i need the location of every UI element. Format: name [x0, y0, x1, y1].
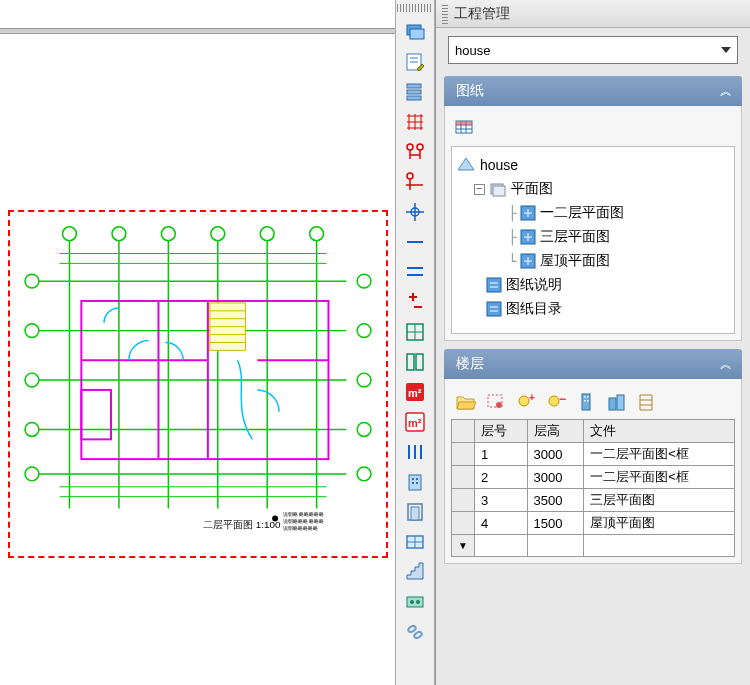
m2-outline-icon[interactable]: m² [400, 408, 430, 436]
table-icon[interactable] [453, 116, 475, 138]
layer-icon[interactable] [400, 18, 430, 46]
row-handle[interactable] [452, 443, 475, 466]
link-icon[interactable] [400, 618, 430, 646]
section-floors-header[interactable]: 楼层 ︽ [444, 349, 742, 379]
row-handle[interactable] [452, 489, 475, 512]
target-icon[interactable] [400, 198, 430, 226]
tree-group[interactable]: − 平面图 [456, 177, 730, 201]
tree-group-label: 平面图 [511, 180, 553, 198]
stairs-icon[interactable] [400, 558, 430, 586]
floorplan-caption: 二层平面图 1:100 [203, 519, 281, 530]
row-handle[interactable] [452, 512, 475, 535]
cell-file[interactable]: 一二层平面图<框 [584, 443, 735, 466]
cell-height[interactable]: 3500 [527, 489, 584, 512]
canvas-area[interactable]: 二层平面图 1:100 说明略 略略略略略 说明略略略 略略略 说明略略略略略 [0, 0, 395, 685]
tree-extra[interactable]: 图纸说明 [456, 273, 730, 297]
drawing-tree[interactable]: house − 平面图 ├ 一二层平面图 ├ 三层平面图 └ 屋顶平面图 [451, 146, 735, 334]
col-height[interactable]: 层高 [527, 420, 584, 443]
cell-num[interactable]: 3 [474, 489, 527, 512]
collapse-icon: ︽ [720, 356, 730, 373]
col-num[interactable]: 层号 [474, 420, 527, 443]
panel-header[interactable]: 工程管理 [436, 0, 750, 28]
collapse-toggle-icon[interactable]: − [474, 184, 485, 195]
svg-text:m²: m² [408, 417, 422, 429]
svg-point-0 [63, 227, 77, 241]
section-drawings-title: 图纸 [456, 82, 484, 100]
section-floors-title: 楼层 [456, 355, 484, 373]
drawing-icon [520, 205, 536, 221]
svg-text:说明略 略略略略略: 说明略 略略略略略 [283, 511, 324, 517]
svg-point-43 [272, 515, 278, 521]
svg-point-62 [417, 144, 423, 150]
axis-icon[interactable] [400, 168, 430, 196]
cell-file[interactable]: 三层平面图 [584, 489, 735, 512]
project-dropdown[interactable]: house [448, 36, 738, 64]
cell-height[interactable]: 3000 [527, 443, 584, 466]
table-row[interactable]: 4 1500 屋顶平面图 [452, 512, 735, 535]
vline-icon[interactable] [400, 258, 430, 286]
cell-file[interactable]: 屋顶平面图 [584, 512, 735, 535]
cell-file[interactable]: 一二层平面图<框 [584, 466, 735, 489]
sheets-icon[interactable] [400, 78, 430, 106]
tree-root[interactable]: house [456, 153, 730, 177]
dropdown-value: house [455, 43, 490, 58]
pick-region-icon[interactable] [485, 391, 507, 413]
cell-empty[interactable] [527, 535, 584, 557]
svg-rect-54 [407, 96, 421, 100]
dimension-icon[interactable] [400, 138, 430, 166]
floor-table[interactable]: 层号 层高 文件 1 3000 一二层平面图<框 2 3000 一二层平面图<框 [451, 419, 735, 557]
building-icon[interactable] [400, 468, 430, 496]
plusminus-icon[interactable] [400, 288, 430, 316]
cell-height[interactable]: 1500 [527, 512, 584, 535]
door-icon[interactable] [400, 498, 430, 526]
table-row[interactable]: 1 3000 一二层平面图<框 [452, 443, 735, 466]
grid-icon[interactable] [400, 108, 430, 136]
hline-icon[interactable] [400, 228, 430, 256]
svg-rect-112 [493, 186, 505, 196]
col-file[interactable]: 文件 [584, 420, 735, 443]
svg-point-26 [357, 467, 371, 481]
section-drawings-header[interactable]: 图纸 ︽ [444, 76, 742, 106]
svg-point-2 [161, 227, 175, 241]
panel-grip-icon[interactable] [442, 4, 448, 24]
tree-extra[interactable]: 图纸目录 [456, 297, 730, 321]
svg-rect-140 [617, 395, 624, 410]
tree-extra-label: 图纸说明 [506, 276, 562, 294]
bulb-plus-icon[interactable]: + [515, 391, 537, 413]
tree-item[interactable]: └ 屋顶平面图 [456, 249, 730, 273]
svg-point-13 [25, 324, 39, 338]
open-folder-icon[interactable] [455, 391, 477, 413]
cell-num[interactable]: 1 [474, 443, 527, 466]
elevation-icon[interactable] [635, 391, 657, 413]
svg-rect-91 [412, 478, 414, 480]
tree-item[interactable]: ├ 三层平面图 [456, 225, 730, 249]
table-row[interactable]: 2 3000 一二层平面图<框 [452, 466, 735, 489]
cell-num[interactable]: 4 [474, 512, 527, 535]
m2-red-icon[interactable]: m² [400, 378, 430, 406]
cell-empty[interactable] [474, 535, 527, 557]
bars-icon[interactable] [400, 438, 430, 466]
new-row-icon[interactable]: ▼ [452, 535, 475, 557]
tree-item[interactable]: ├ 一二层平面图 [456, 201, 730, 225]
plan-icon[interactable] [400, 318, 430, 346]
toolbar-grip[interactable] [397, 4, 433, 12]
table-row-new[interactable]: ▼ [452, 535, 735, 557]
cell-num[interactable]: 2 [474, 466, 527, 489]
cell-empty[interactable] [584, 535, 735, 557]
row-handle[interactable] [452, 466, 475, 489]
drawing-icon [520, 253, 536, 269]
component-icon[interactable] [400, 588, 430, 616]
table-row[interactable]: 3 3500 三层平面图 [452, 489, 735, 512]
floorplan-selection-frame[interactable]: 二层平面图 1:100 说明略 略略略略略 说明略略略 略略略 说明略略略略略 [8, 210, 388, 558]
bulb-minus-icon[interactable]: − [545, 391, 567, 413]
svg-rect-90 [409, 475, 421, 490]
window-icon[interactable] [400, 528, 430, 556]
building3d-icon[interactable] [575, 391, 597, 413]
note-icon[interactable] [400, 48, 430, 76]
row-handle-header [452, 420, 475, 443]
cell-height[interactable]: 3000 [527, 466, 584, 489]
split-icon[interactable] [400, 348, 430, 376]
svg-rect-93 [412, 482, 414, 484]
svg-point-66 [407, 173, 413, 179]
buildings-icon[interactable] [605, 391, 627, 413]
